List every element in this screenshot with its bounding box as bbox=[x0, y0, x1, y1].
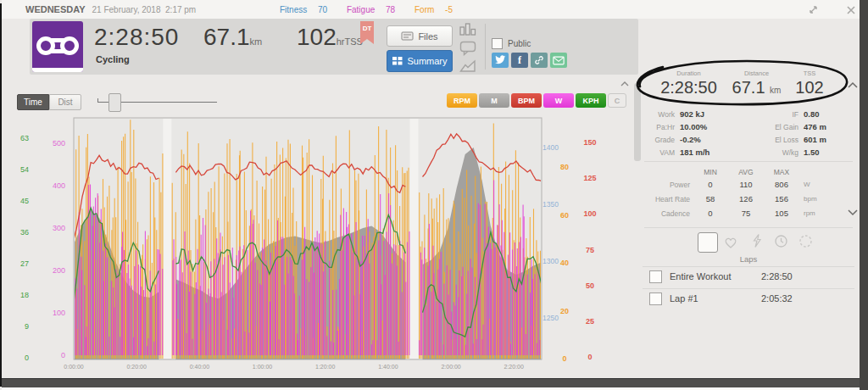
email-share-icon[interactable] bbox=[550, 53, 567, 68]
time-text: 2:17 pm bbox=[165, 5, 196, 14]
power-axis-tick: 400 bbox=[53, 181, 65, 190]
chart-bars-icon[interactable] bbox=[459, 22, 476, 40]
stat-label: Pa:Hr bbox=[634, 123, 675, 131]
mam-max-value: 156 bbox=[765, 194, 798, 203]
power-axis-tick: 0 bbox=[61, 351, 65, 359]
speed-axis-tick: 63 bbox=[20, 134, 29, 142]
summary-button[interactable]: Summary bbox=[387, 50, 453, 72]
files-button[interactable]: Files bbox=[387, 25, 453, 47]
stat-value: 601 m bbox=[804, 135, 826, 144]
hr-axis-tick: 0 bbox=[587, 353, 592, 361]
power-axis-tick: 500 bbox=[53, 139, 65, 148]
mam-unit: bpm bbox=[804, 195, 817, 203]
lap-row-name[interactable]: Lap #1 bbox=[670, 293, 698, 304]
total-tss: 102hrTSS bbox=[297, 24, 363, 51]
mam-avg-value: 126 bbox=[729, 194, 763, 203]
mam-avg-value: 75 bbox=[729, 209, 763, 218]
mam-min-value: 58 bbox=[693, 194, 727, 203]
lap-row-name[interactable]: Entire Workout bbox=[670, 271, 732, 281]
form-metric: Form -5 bbox=[415, 5, 461, 14]
mam-avg-value: 110 bbox=[729, 180, 763, 189]
cadence-axis-tick: 0 bbox=[562, 354, 566, 363]
twitter-share-icon[interactable] bbox=[492, 53, 509, 68]
dashed-circle-icon[interactable] bbox=[798, 234, 813, 248]
lap-row-checkbox[interactable] bbox=[649, 292, 662, 309]
annotation-ellipse bbox=[623, 56, 865, 110]
lightning-icon[interactable] bbox=[750, 233, 764, 248]
hr-axis-tick: 150 bbox=[583, 138, 596, 147]
cadence-axis-tick: 40 bbox=[560, 259, 569, 267]
mam-min-header: MIN bbox=[693, 168, 727, 176]
peak-selector-button[interactable] bbox=[698, 232, 718, 253]
x-axis-tick: 2:20:00 bbox=[504, 364, 524, 370]
mam-min-value: 0 bbox=[693, 209, 727, 218]
elevation-axis-tick: 1350 bbox=[542, 200, 559, 209]
files-icon bbox=[401, 31, 414, 41]
cadence-axis-tick: 20 bbox=[560, 307, 569, 315]
laps-title: Laps bbox=[643, 254, 854, 264]
mam-max-value: 105 bbox=[765, 209, 798, 218]
facebook-share-icon[interactable]: f bbox=[511, 53, 528, 68]
x-axis-tick: 1:00:00 bbox=[253, 364, 272, 370]
summary-grid-icon bbox=[392, 56, 403, 66]
day-of-week: WEDNESDAY bbox=[25, 4, 86, 14]
stat-value: 1.50 bbox=[804, 148, 820, 157]
x-axis-tick: 1:40:00 bbox=[378, 364, 398, 370]
cadence-axis-tick: 60 bbox=[560, 211, 569, 220]
panel-divider bbox=[644, 227, 853, 228]
speed-axis-tick: 0 bbox=[25, 354, 29, 362]
lap-row-checkbox[interactable] bbox=[649, 270, 662, 287]
speed-axis-tick: 45 bbox=[20, 197, 29, 205]
stat-value: 181 m/h bbox=[680, 148, 709, 157]
x-axis-tick: 0:20:00 bbox=[127, 364, 147, 370]
x-axis-tick: 2:00:00 bbox=[441, 364, 460, 370]
stat-label: Grade bbox=[634, 136, 675, 144]
laps-divider bbox=[643, 288, 854, 289]
hr-axis-tick: 100 bbox=[583, 209, 596, 218]
speed-axis-tick: 27 bbox=[20, 259, 29, 268]
clock-icon[interactable] bbox=[774, 234, 788, 248]
stat-label: VAM bbox=[634, 148, 675, 157]
workout-graph[interactable]: 0918273645546301002003004005001250130013… bbox=[12, 80, 629, 382]
lap-row-time: 2:05:32 bbox=[761, 293, 793, 304]
public-checkbox[interactable] bbox=[492, 38, 503, 49]
recording-gap bbox=[409, 119, 418, 359]
speed-axis-tick: 9 bbox=[25, 322, 29, 331]
panel-scroll-down-icon[interactable] bbox=[847, 209, 859, 216]
heart-icon[interactable] bbox=[723, 235, 738, 249]
mam-max-header: MAX bbox=[765, 168, 798, 176]
stat-value: 902 kJ bbox=[680, 109, 704, 119]
laps-divider bbox=[643, 266, 854, 267]
window-resize-icon[interactable] bbox=[808, 3, 819, 19]
speed-axis-tick: 54 bbox=[20, 165, 29, 174]
stat-label: W/kg bbox=[746, 148, 798, 157]
stat-value: 476 m bbox=[804, 122, 826, 131]
lap-row-time: 2:28:50 bbox=[761, 271, 793, 281]
mam-unit: W bbox=[804, 181, 810, 188]
x-axis-tick: 0:40:00 bbox=[190, 364, 209, 370]
speed-axis-tick: 36 bbox=[20, 228, 29, 237]
trend-chart-icon[interactable] bbox=[459, 59, 476, 76]
stat-value: 0.80 bbox=[804, 109, 820, 119]
stat-value: -0.2% bbox=[680, 135, 701, 144]
stat-label: IF bbox=[746, 110, 798, 119]
link-share-icon[interactable] bbox=[531, 53, 548, 68]
elevation-axis-tick: 1250 bbox=[542, 314, 559, 322]
power-axis-tick: 200 bbox=[53, 266, 65, 275]
stat-label: Work bbox=[634, 110, 675, 119]
elevation-axis-tick: 1300 bbox=[542, 257, 559, 265]
window-close-icon[interactable] bbox=[846, 3, 856, 19]
hr-axis-tick: 25 bbox=[586, 317, 594, 326]
stat-label: El Gain bbox=[746, 123, 798, 131]
x-axis-tick: 1:20:00 bbox=[315, 364, 335, 370]
workout-graph-panel: Time Dist RPM M BPM W KPH C 091827364554… bbox=[12, 80, 629, 382]
recording-gap bbox=[163, 119, 171, 359]
power-axis-tick: 300 bbox=[53, 224, 65, 232]
public-label: Public bbox=[508, 39, 531, 48]
mam-row-label: Power bbox=[636, 181, 690, 189]
comment-bubble-icon[interactable] bbox=[459, 41, 476, 59]
mam-row-label: Heart Rate bbox=[636, 195, 690, 203]
mam-row-label: Cadence bbox=[636, 209, 690, 218]
public-toggle[interactable]: Public bbox=[492, 38, 531, 49]
mam-unit: rpm bbox=[804, 209, 815, 217]
